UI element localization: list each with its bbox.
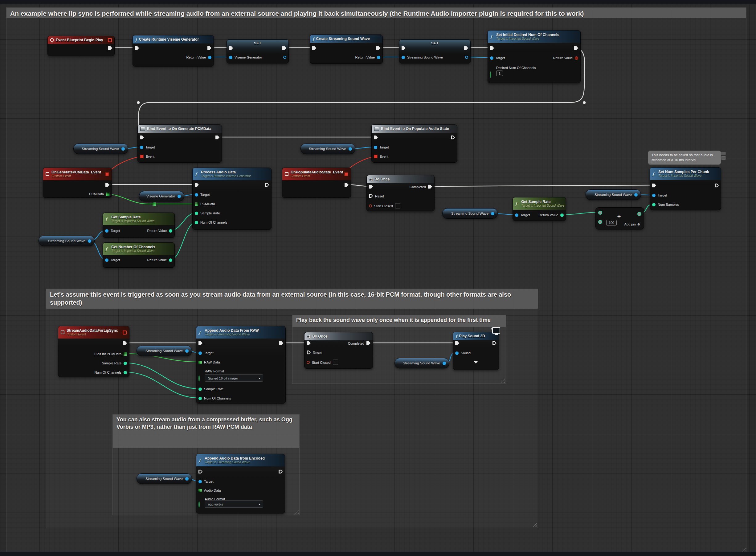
object-out-pin[interactable] bbox=[442, 361, 446, 365]
node-header[interactable]: ƒCreate Runtime Viseme Generator bbox=[133, 35, 213, 43]
object-out-pin[interactable] bbox=[465, 56, 468, 59]
int-pin[interactable] bbox=[560, 213, 564, 217]
variable-get-streaming-sound-wave-2[interactable]: Streaming Sound Wave bbox=[300, 143, 355, 154]
node-header[interactable]: Bind Event to On Populate Audio State bbox=[372, 125, 457, 133]
exec-pin[interactable] bbox=[307, 351, 311, 354]
event-delegate-pin[interactable] bbox=[123, 331, 127, 335]
int-pin[interactable] bbox=[652, 203, 656, 206]
object-pin[interactable] bbox=[455, 351, 459, 355]
checkbox[interactable] bbox=[395, 203, 400, 209]
reroute-node[interactable] bbox=[583, 101, 586, 104]
array-pin[interactable] bbox=[195, 202, 198, 206]
node-header[interactable]: ƒSet Num Samples Per ChunkTarget is Impo… bbox=[650, 168, 721, 180]
variable-get-streaming-sound-wave-1[interactable]: Streaming Sound Wave bbox=[73, 143, 128, 154]
variable-get-streaming-sound-wave-3[interactable]: Streaming Sound Wave bbox=[38, 236, 95, 246]
exec-pin[interactable] bbox=[490, 46, 494, 50]
node-process-audio-data[interactable]: ƒProcess Audio DataTarget is Runtime Vis… bbox=[192, 168, 271, 230]
enum-pin[interactable] bbox=[490, 71, 491, 78]
exec-pin[interactable] bbox=[198, 470, 202, 474]
array-pin[interactable] bbox=[198, 361, 202, 364]
checkbox[interactable] bbox=[333, 360, 338, 365]
array-reroute-knot[interactable] bbox=[153, 202, 156, 206]
node-bind-event-to-on-populate-audio-state[interactable]: Bind Event to On Populate Audio StateTar… bbox=[371, 125, 457, 163]
object-pin[interactable] bbox=[140, 146, 143, 149]
int-pin[interactable] bbox=[124, 361, 127, 365]
node-on-populate-audiostate-event[interactable]: OnPopulateAudioState_EventCustom Event bbox=[282, 168, 351, 198]
object-pin[interactable] bbox=[652, 194, 656, 197]
exec-pin[interactable] bbox=[451, 136, 455, 140]
variable-get-streaming-sound-wave-4[interactable]: Streaming Sound Wave bbox=[442, 208, 498, 219]
node-header[interactable]: ƒGet Sample RateTarget is Imported Sound… bbox=[103, 213, 174, 225]
int-pin[interactable] bbox=[195, 212, 198, 215]
exec-pin[interactable] bbox=[135, 46, 139, 50]
object-out-pin[interactable] bbox=[122, 147, 125, 151]
node-set-initial-desired-num-of-channels[interactable]: ƒSet Initial Desired Num Of ChannelsTarg… bbox=[488, 30, 581, 83]
divide-out-pin[interactable] bbox=[637, 212, 642, 216]
exec-pin[interactable] bbox=[455, 341, 459, 345]
variable-get-streaming-sound-wave-7[interactable]: Streaming Sound Wave bbox=[394, 358, 449, 369]
object-pin[interactable] bbox=[515, 213, 518, 217]
node-stream-audio-data-for-lipsync[interactable]: StreamAudioDataForLipSyncCustom Event16b… bbox=[58, 326, 129, 377]
object-pin[interactable] bbox=[402, 56, 405, 59]
add-pin-button[interactable]: Add pin⊕ bbox=[624, 222, 640, 227]
int-pin[interactable] bbox=[169, 258, 172, 262]
variable-get-streaming-sound-wave-8[interactable]: Streaming Sound Wave bbox=[136, 474, 192, 484]
node-get-sample-rate-left[interactable]: ƒGet Sample RateTarget is Imported Sound… bbox=[103, 213, 175, 238]
exec-pin[interactable] bbox=[105, 183, 109, 187]
node-header[interactable]: StreamAudioDataForLipSyncCustom Event bbox=[58, 326, 129, 339]
node-header[interactable]: OnGeneratePCMData_EventCustom Event bbox=[43, 168, 111, 180]
node-set-streaming-sound-wave[interactable]: SETStreaming Sound Wave bbox=[399, 39, 471, 64]
divide-in-pin[interactable] bbox=[598, 211, 602, 215]
exec-pin[interactable] bbox=[229, 46, 233, 50]
exec-pin[interactable] bbox=[278, 470, 283, 474]
node-bind-event-to-on-generate-pcmdata[interactable]: Bind Event to On Generate PCMDataTargetE… bbox=[137, 125, 222, 163]
delegate-pin[interactable] bbox=[374, 154, 377, 158]
exec-pin[interactable] bbox=[265, 183, 269, 187]
node-header[interactable]: ƒProcess Audio DataTarget is Runtime Vis… bbox=[193, 168, 271, 180]
dropdown-select[interactable]: ogg vorbis bbox=[205, 500, 263, 508]
start-closed-pin[interactable] bbox=[307, 361, 310, 364]
node-header[interactable]: Bind Event to On Generate PCMData bbox=[138, 125, 222, 133]
event-delegate-pin[interactable] bbox=[344, 172, 348, 176]
object-out-pin[interactable] bbox=[283, 56, 286, 59]
object-out-pin[interactable] bbox=[185, 477, 189, 481]
value-input[interactable]: 1 bbox=[496, 71, 503, 76]
node-append-audio-data-from-encoded[interactable]: ƒAppend Audio Data from EncodedTarget is… bbox=[196, 454, 285, 514]
node-event-blueprint-begin-play[interactable]: Event Blueprint Begin Play bbox=[47, 36, 114, 56]
exec-pin[interactable] bbox=[195, 183, 199, 187]
exec-pin[interactable] bbox=[108, 46, 112, 50]
object-pin[interactable] bbox=[490, 56, 493, 60]
exec-pin[interactable] bbox=[123, 341, 127, 345]
exec-pin[interactable] bbox=[282, 46, 286, 50]
node-set-viseme-generator[interactable]: SETViseme Generator bbox=[227, 39, 289, 64]
variable-get-streaming-sound-wave-6[interactable]: Streaming Sound Wave bbox=[136, 346, 192, 356]
int-pin[interactable] bbox=[198, 397, 202, 400]
delegate-pin[interactable] bbox=[140, 154, 143, 158]
node-header[interactable]: ƒGet Sample RateTarget is Imported Sound… bbox=[513, 198, 566, 210]
int-pin[interactable] bbox=[195, 221, 198, 224]
object-pin[interactable] bbox=[208, 56, 211, 59]
node-do-once-2[interactable]: ⇉Do OnceCompletedResetStart Closed bbox=[304, 332, 373, 369]
node-on-generate-pcmdata-event[interactable]: OnGeneratePCMData_EventCustom EventPCMDa… bbox=[43, 168, 112, 198]
exec-pin[interactable] bbox=[402, 46, 405, 50]
object-pin[interactable] bbox=[105, 258, 108, 262]
object-out-pin[interactable] bbox=[349, 147, 352, 151]
object-out-pin[interactable] bbox=[177, 195, 181, 198]
divide-value-input[interactable]: 100 bbox=[606, 220, 617, 225]
collapse-chevron-icon[interactable] bbox=[474, 361, 478, 363]
exec-pin[interactable] bbox=[652, 183, 656, 187]
exec-pin[interactable] bbox=[464, 46, 468, 50]
event-delegate-pin[interactable] bbox=[108, 38, 112, 42]
exec-pin[interactable] bbox=[369, 185, 373, 189]
tooltip-pin-icon[interactable] bbox=[721, 152, 725, 160]
object-out-pin[interactable] bbox=[491, 212, 494, 215]
node-do-once-1[interactable]: ⇉Do OnceCompletedResetStart Closed bbox=[366, 175, 434, 211]
exec-pin[interactable] bbox=[307, 341, 311, 345]
object-pin[interactable] bbox=[229, 56, 232, 59]
node-divide[interactable]: 100÷Add pin⊕ bbox=[595, 207, 644, 230]
node-set-num-samples-per-chunk[interactable]: ƒSet Num Samples Per ChunkTarget is Impo… bbox=[650, 167, 721, 210]
enum-pin[interactable] bbox=[198, 501, 200, 508]
blueprint-graph-canvas[interactable]: An example where lip sync is performed w… bbox=[0, 0, 756, 556]
node-create-runtime-viseme-generator[interactable]: ƒCreate Runtime Viseme GeneratorReturn V… bbox=[133, 35, 214, 67]
int-pin[interactable] bbox=[198, 387, 202, 391]
